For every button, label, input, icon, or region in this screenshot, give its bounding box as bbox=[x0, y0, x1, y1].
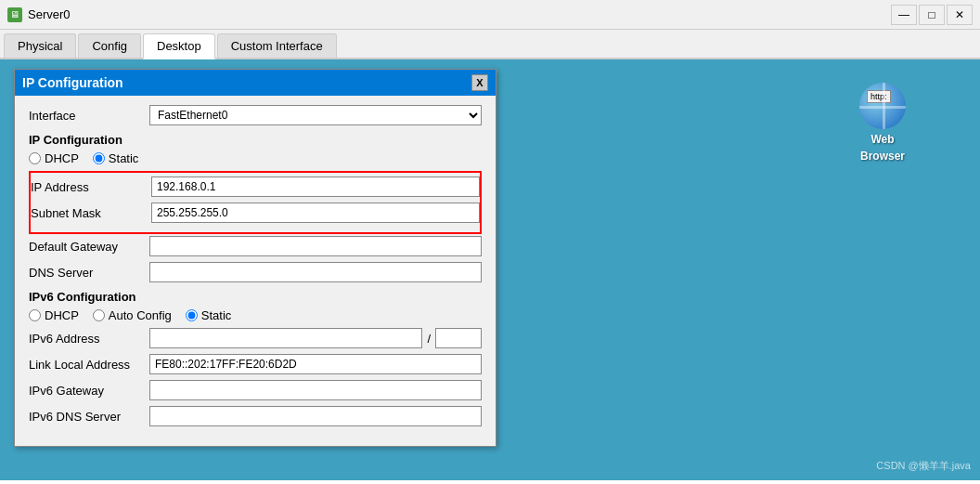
link-local-row: Link Local Address bbox=[29, 354, 482, 374]
ipv6-address-row: IPv6 Address / bbox=[29, 328, 482, 348]
web-browser-icon[interactable]: http: Web Browser bbox=[859, 83, 906, 163]
dialog-body: Interface FastEthernet0 IP Configuration… bbox=[15, 96, 496, 446]
csdn-watermark: CSDN @懒羊羊.java bbox=[876, 459, 971, 473]
subnet-mask-label: Subnet Mask bbox=[31, 206, 151, 220]
interface-select[interactable]: FastEthernet0 bbox=[149, 105, 482, 125]
browser-globe-icon: http: bbox=[859, 83, 906, 129]
desktop-panel: IP Configuration X Interface FastEtherne… bbox=[0, 59, 980, 480]
tab-physical[interactable]: Physical bbox=[4, 33, 76, 58]
ipv6-autoconfig-label: Auto Config bbox=[109, 308, 172, 322]
interface-label: Interface bbox=[29, 109, 149, 123]
default-gateway-row: Default Gateway bbox=[29, 236, 482, 256]
ipv6-dhcp-radio[interactable] bbox=[29, 309, 41, 321]
close-window-button[interactable]: ✕ bbox=[947, 5, 973, 25]
ipv6-address-input[interactable] bbox=[149, 328, 422, 348]
subnet-mask-row: Subnet Mask bbox=[31, 203, 480, 223]
ipv6-autoconfig-radio-item[interactable]: Auto Config bbox=[93, 308, 172, 322]
tab-desktop[interactable]: Desktop bbox=[143, 33, 215, 59]
ipv6-addr-row: / bbox=[149, 328, 482, 348]
app-icon: 🖥 bbox=[7, 7, 22, 22]
ipv6-dns-input[interactable] bbox=[149, 406, 482, 426]
dhcp-radio-item[interactable]: DHCP bbox=[29, 151, 79, 165]
ip-address-row: IP Address bbox=[31, 177, 480, 197]
ipv6-gateway-label: IPv6 Gateway bbox=[29, 384, 149, 398]
title-bar: 🖥 Server0 — □ ✕ bbox=[0, 0, 980, 30]
static-label: Static bbox=[109, 151, 139, 165]
http-badge: http: bbox=[867, 90, 891, 103]
dhcp-label: DHCP bbox=[45, 151, 79, 165]
dns-server-row: DNS Server bbox=[29, 262, 482, 282]
ipv6-dns-label: IPv6 DNS Server bbox=[29, 410, 149, 424]
main-content: IP Configuration X Interface FastEtherne… bbox=[0, 59, 980, 480]
ipv6-address-label: IPv6 Address bbox=[29, 332, 149, 346]
ipv6-gateway-input[interactable] bbox=[149, 380, 482, 400]
subnet-mask-input[interactable] bbox=[151, 203, 480, 223]
ip-config-section-title: IP Configuration bbox=[29, 133, 482, 147]
ipv6-section-title: IPv6 Configuration bbox=[29, 290, 482, 304]
tab-bar: Physical Config Desktop Custom Interface bbox=[0, 30, 980, 59]
web-browser-label-line1: Web bbox=[870, 133, 894, 146]
static-radio[interactable] bbox=[93, 152, 105, 164]
ipv6-radio-group: DHCP Auto Config Static bbox=[29, 308, 482, 322]
interface-row: Interface FastEthernet0 bbox=[29, 105, 482, 125]
ipv6-prefix-input[interactable] bbox=[435, 328, 482, 348]
dialog-close-button[interactable]: X bbox=[471, 74, 488, 91]
dhcp-radio[interactable] bbox=[29, 152, 41, 164]
ipv6-gateway-row: IPv6 Gateway bbox=[29, 380, 482, 400]
link-local-label: Link Local Address bbox=[29, 358, 149, 372]
default-gateway-input[interactable] bbox=[149, 236, 482, 256]
dialog-titlebar: IP Configuration X bbox=[15, 70, 496, 96]
maximize-button[interactable]: □ bbox=[919, 5, 945, 25]
dhcp-static-radio-group: DHCP Static bbox=[29, 151, 482, 165]
ipv6-static-label: Static bbox=[201, 308, 232, 322]
ipv6-static-radio[interactable] bbox=[186, 309, 198, 321]
tab-config[interactable]: Config bbox=[78, 33, 141, 58]
web-browser-label-line2: Browser bbox=[860, 150, 905, 163]
title-bar-left: 🖥 Server0 bbox=[7, 7, 71, 22]
tab-custom-interface[interactable]: Custom Interface bbox=[217, 33, 337, 58]
static-radio-item[interactable]: Static bbox=[93, 151, 139, 165]
ipv6-dhcp-radio-item[interactable]: DHCP bbox=[29, 308, 79, 322]
ipv6-autoconfig-radio[interactable] bbox=[93, 309, 105, 321]
highlight-box: IP Address Subnet Mask bbox=[29, 171, 482, 234]
dns-server-label: DNS Server bbox=[29, 266, 149, 280]
default-gateway-label: Default Gateway bbox=[29, 240, 149, 254]
dialog-title: IP Configuration bbox=[22, 75, 123, 90]
window-controls: — □ ✕ bbox=[891, 5, 973, 25]
minimize-button[interactable]: — bbox=[891, 5, 917, 25]
ipv6-dns-row: IPv6 DNS Server bbox=[29, 406, 482, 426]
ipv6-slash: / bbox=[427, 332, 431, 346]
dns-server-input[interactable] bbox=[149, 262, 482, 282]
ipv6-dhcp-label: DHCP bbox=[45, 308, 79, 322]
ip-config-dialog: IP Configuration X Interface FastEtherne… bbox=[14, 69, 496, 447]
ipv6-static-radio-item[interactable]: Static bbox=[186, 308, 232, 322]
link-local-input[interactable] bbox=[149, 354, 482, 374]
window-title: Server0 bbox=[28, 7, 71, 21]
ip-address-label: IP Address bbox=[31, 180, 151, 194]
ip-address-input[interactable] bbox=[151, 177, 480, 197]
